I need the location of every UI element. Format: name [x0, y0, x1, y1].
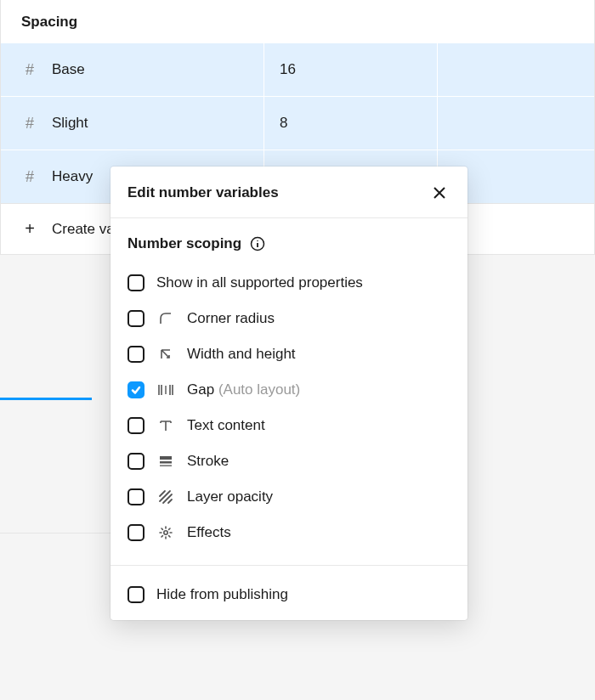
gap-icon	[156, 382, 175, 398]
close-button[interactable]	[428, 182, 450, 204]
svg-rect-4	[160, 466, 172, 466]
svg-point-5	[164, 531, 167, 534]
variable-name: Heavy	[52, 168, 93, 185]
checkbox[interactable]	[128, 586, 144, 603]
scope-corner-radius[interactable]: Corner radius	[128, 303, 450, 334]
scope-gap[interactable]: Gap (Auto layout)	[128, 375, 450, 405]
checkbox[interactable]	[128, 488, 144, 505]
scope-width-height[interactable]: Width and height	[128, 339, 450, 370]
checkbox[interactable]	[128, 524, 144, 541]
dialog-body: Number scoping Show in all supported pro…	[110, 218, 468, 555]
info-icon[interactable]	[250, 236, 265, 251]
number-icon: #	[21, 168, 38, 186]
variable-name: Base	[52, 61, 85, 78]
scope-effects[interactable]: Effects	[128, 517, 450, 548]
gap-label-text: Gap	[187, 381, 214, 398]
number-icon: #	[21, 61, 38, 79]
variable-name-cell: # Slight	[1, 97, 264, 150]
scope-label: Text content	[187, 417, 265, 434]
checkbox-checked[interactable]	[128, 381, 144, 398]
create-variable-label: Create va	[52, 221, 115, 238]
plus-icon: +	[21, 219, 38, 239]
edit-variables-dialog: Edit number variables Number scoping Sho…	[110, 167, 468, 620]
checkbox[interactable]	[128, 310, 144, 327]
dialog-header: Edit number variables	[110, 167, 468, 218]
hide-from-publishing[interactable]: Hide from publishing	[128, 579, 450, 603]
scope-layer-opacity[interactable]: Layer opacity	[128, 482, 450, 512]
scope-label: Show in all supported properties	[156, 274, 363, 291]
gap-hint-text: (Auto layout)	[218, 381, 300, 398]
dialog-title: Edit number variables	[128, 184, 279, 201]
variable-name: Slight	[52, 115, 88, 132]
svg-rect-2	[160, 456, 172, 460]
scoping-title: Number scoping	[128, 235, 241, 252]
checkmark-icon	[130, 384, 142, 396]
text-icon	[156, 418, 175, 433]
scope-label: Effects	[187, 524, 231, 541]
scope-label: Width and height	[187, 346, 296, 363]
checkbox[interactable]	[128, 274, 144, 291]
scoping-header: Number scoping	[128, 235, 450, 252]
svg-rect-3	[160, 461, 172, 464]
stroke-icon	[156, 454, 175, 469]
divider	[0, 533, 110, 533]
checkbox[interactable]	[128, 346, 144, 363]
dialog-footer: Hide from publishing	[110, 565, 468, 620]
checkbox[interactable]	[128, 417, 144, 434]
scope-show-all[interactable]: Show in all supported properties	[128, 268, 450, 298]
scope-label: Layer opacity	[187, 488, 273, 505]
table-row[interactable]: # Base 16	[1, 42, 594, 96]
scope-label: Corner radius	[187, 310, 275, 327]
dimensions-icon	[156, 347, 175, 362]
number-icon: #	[21, 115, 38, 133]
table-row[interactable]: # Slight 8	[1, 96, 594, 150]
effects-icon	[156, 525, 175, 540]
tab-indicator	[0, 398, 92, 400]
checkbox[interactable]	[128, 453, 144, 470]
variable-value-cell[interactable]: 16	[264, 43, 438, 96]
close-icon	[432, 185, 447, 200]
row-end	[438, 43, 595, 96]
scope-text-content[interactable]: Text content	[128, 410, 450, 441]
row-end	[438, 97, 595, 150]
hide-publishing-label: Hide from publishing	[156, 586, 288, 603]
corner-radius-icon	[156, 311, 175, 326]
scope-list: Show in all supported properties Corner …	[128, 268, 450, 548]
opacity-icon	[156, 489, 175, 505]
variable-value-cell[interactable]: 8	[264, 97, 438, 150]
scope-label: Stroke	[187, 453, 229, 470]
scope-label: Gap (Auto layout)	[187, 381, 300, 398]
variable-name-cell: # Base	[1, 43, 264, 96]
scope-stroke[interactable]: Stroke	[128, 446, 450, 477]
svg-point-1	[257, 240, 258, 242]
section-title: Spacing	[1, 0, 594, 42]
